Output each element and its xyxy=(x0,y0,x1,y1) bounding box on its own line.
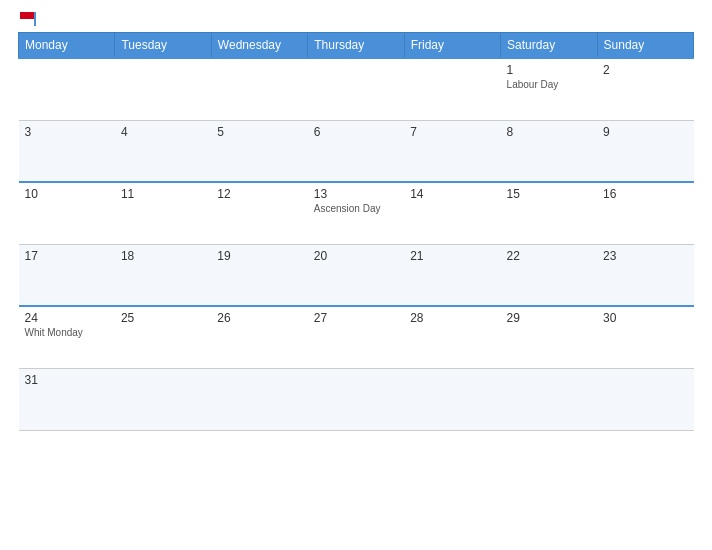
calendar-cell: 20 xyxy=(308,244,404,306)
day-number: 28 xyxy=(410,311,494,325)
day-number: 3 xyxy=(25,125,109,139)
calendar-cell: 27 xyxy=(308,306,404,368)
day-number: 21 xyxy=(410,249,494,263)
week-row-4: 17181920212223 xyxy=(19,244,694,306)
day-number: 23 xyxy=(603,249,687,263)
calendar-cell: 19 xyxy=(211,244,307,306)
calendar-cell: 25 xyxy=(115,306,211,368)
weekday-header-row: MondayTuesdayWednesdayThursdayFridaySatu… xyxy=(19,33,694,59)
day-number: 24 xyxy=(25,311,109,325)
weekday-header-friday: Friday xyxy=(404,33,500,59)
calendar-cell: 5 xyxy=(211,120,307,182)
day-number: 14 xyxy=(410,187,494,201)
weekday-header-tuesday: Tuesday xyxy=(115,33,211,59)
weekday-header-saturday: Saturday xyxy=(501,33,597,59)
calendar-cell: 17 xyxy=(19,244,115,306)
day-number: 15 xyxy=(507,187,591,201)
calendar-cell xyxy=(597,368,693,430)
svg-rect-0 xyxy=(20,12,36,19)
calendar-cell: 16 xyxy=(597,182,693,244)
calendar-cell: 18 xyxy=(115,244,211,306)
calendar-table: MondayTuesdayWednesdayThursdayFridaySatu… xyxy=(18,32,694,431)
calendar-cell xyxy=(211,368,307,430)
day-number: 18 xyxy=(121,249,205,263)
weekday-header-monday: Monday xyxy=(19,33,115,59)
calendar-cell xyxy=(211,58,307,120)
day-number: 6 xyxy=(314,125,398,139)
logo xyxy=(18,10,42,28)
calendar-cell: 10 xyxy=(19,182,115,244)
day-number: 13 xyxy=(314,187,398,201)
calendar-cell xyxy=(501,368,597,430)
weekday-header-wednesday: Wednesday xyxy=(211,33,307,59)
calendar-cell: 13Ascension Day xyxy=(308,182,404,244)
day-number: 29 xyxy=(507,311,591,325)
day-number: 20 xyxy=(314,249,398,263)
day-number: 8 xyxy=(507,125,591,139)
calendar-cell: 6 xyxy=(308,120,404,182)
calendar-cell: 28 xyxy=(404,306,500,368)
calendar-cell xyxy=(115,368,211,430)
calendar-cell: 24Whit Monday xyxy=(19,306,115,368)
calendar-cell xyxy=(115,58,211,120)
day-number: 25 xyxy=(121,311,205,325)
week-row-3: 10111213Ascension Day141516 xyxy=(19,182,694,244)
calendar-cell: 15 xyxy=(501,182,597,244)
week-row-6: 31 xyxy=(19,368,694,430)
day-number: 4 xyxy=(121,125,205,139)
calendar-cell: 30 xyxy=(597,306,693,368)
svg-marker-2 xyxy=(34,12,36,26)
calendar-cell: 26 xyxy=(211,306,307,368)
calendar-cell xyxy=(308,368,404,430)
day-number: 11 xyxy=(121,187,205,201)
holiday-name: Ascension Day xyxy=(314,203,398,214)
calendar-cell: 1Labour Day xyxy=(501,58,597,120)
day-number: 17 xyxy=(25,249,109,263)
calendar-cell: 14 xyxy=(404,182,500,244)
day-number: 27 xyxy=(314,311,398,325)
holiday-name: Whit Monday xyxy=(25,327,109,338)
day-number: 16 xyxy=(603,187,687,201)
day-number: 2 xyxy=(603,63,687,77)
calendar-cell: 3 xyxy=(19,120,115,182)
holiday-name: Labour Day xyxy=(507,79,591,90)
calendar-cell: 12 xyxy=(211,182,307,244)
day-number: 26 xyxy=(217,311,301,325)
logo-flag-icon xyxy=(20,12,36,26)
day-number: 10 xyxy=(25,187,109,201)
calendar-cell xyxy=(308,58,404,120)
day-number: 22 xyxy=(507,249,591,263)
calendar-cell: 22 xyxy=(501,244,597,306)
weekday-header-sunday: Sunday xyxy=(597,33,693,59)
top-bar xyxy=(18,10,694,28)
week-row-1: 1Labour Day2 xyxy=(19,58,694,120)
day-number: 5 xyxy=(217,125,301,139)
weekday-header-thursday: Thursday xyxy=(308,33,404,59)
calendar-cell xyxy=(404,58,500,120)
day-number: 31 xyxy=(25,373,109,387)
calendar-cell: 31 xyxy=(19,368,115,430)
calendar-cell: 21 xyxy=(404,244,500,306)
calendar-cell xyxy=(404,368,500,430)
day-number: 19 xyxy=(217,249,301,263)
calendar-cell: 29 xyxy=(501,306,597,368)
calendar-cell: 8 xyxy=(501,120,597,182)
week-row-5: 24Whit Monday252627282930 xyxy=(19,306,694,368)
svg-rect-1 xyxy=(20,19,36,26)
calendar-cell: 4 xyxy=(115,120,211,182)
day-number: 7 xyxy=(410,125,494,139)
day-number: 9 xyxy=(603,125,687,139)
calendar-cell: 7 xyxy=(404,120,500,182)
calendar-cell: 11 xyxy=(115,182,211,244)
day-number: 1 xyxy=(507,63,591,77)
day-number: 12 xyxy=(217,187,301,201)
week-row-2: 3456789 xyxy=(19,120,694,182)
calendar-cell: 9 xyxy=(597,120,693,182)
calendar-cell: 23 xyxy=(597,244,693,306)
day-number: 30 xyxy=(603,311,687,325)
calendar-cell: 2 xyxy=(597,58,693,120)
calendar-cell xyxy=(19,58,115,120)
